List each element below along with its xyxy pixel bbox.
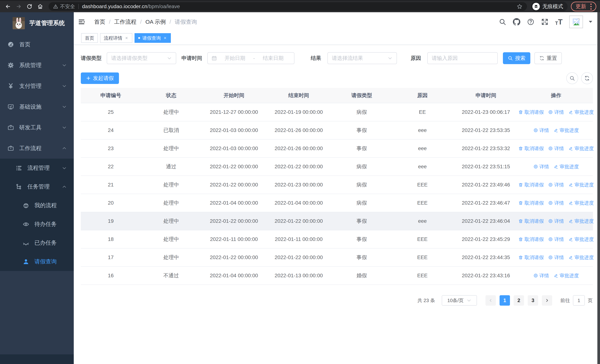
- detail-link[interactable]: 详情: [548, 109, 564, 115]
- page-size-label: 10条/页: [447, 297, 464, 304]
- gear-icon: [7, 62, 14, 69]
- sidebar-item-2[interactable]: 支付管理: [0, 76, 74, 96]
- apply-time-range-picker[interactable]: 开始日期 - 结束日期: [207, 52, 294, 64]
- page-scrollbar[interactable]: [597, 12, 600, 364]
- search-icon[interactable]: [499, 18, 506, 26]
- detail-link[interactable]: 详情: [548, 182, 564, 188]
- detail-link[interactable]: 详情: [533, 272, 549, 279]
- breadcrumb-item[interactable]: 工作流程: [114, 18, 136, 26]
- goto-page-input[interactable]: [573, 295, 585, 306]
- cell-applied: 2022-01-22 23:53:35: [453, 127, 519, 133]
- github-icon[interactable]: [513, 18, 520, 26]
- ring-icon: [548, 201, 553, 205]
- cancel-leave-link[interactable]: 取消请假: [518, 236, 544, 243]
- browser-menu-icon[interactable]: [590, 3, 592, 10]
- incognito-badge: 无痕模式: [531, 2, 568, 11]
- row-actions: 取消请假详情审批进度: [519, 218, 593, 224]
- detail-link[interactable]: 详情: [548, 218, 564, 224]
- address-bar[interactable]: 不安全 dashboard.yudao.iocoder.cn /bpm/oa/l…: [48, 2, 527, 11]
- cancel-leave-link[interactable]: 取消请假: [518, 200, 544, 206]
- sidebar-item-9[interactable]: 待办任务: [0, 215, 74, 233]
- sidebar-item-0[interactable]: 首页: [0, 34, 74, 55]
- app-logo[interactable]: 芋道管理系统: [0, 12, 74, 34]
- sidebar-item-10[interactable]: 已办任务: [0, 233, 74, 252]
- bookmark-star-icon[interactable]: [517, 3, 523, 9]
- sidebar-collapse-bar[interactable]: [0, 354, 74, 364]
- cancel-leave-link[interactable]: 取消请假: [518, 145, 544, 152]
- tab-1[interactable]: 流程详情: [100, 33, 132, 43]
- sidebar-item-5[interactable]: 工作流程: [0, 138, 74, 159]
- sidebar-item-11[interactable]: 请假查询: [0, 252, 74, 271]
- cancel-leave-link[interactable]: 取消请假: [518, 254, 544, 261]
- detail-link[interactable]: 详情: [533, 163, 549, 170]
- font-size-icon[interactable]: T T: [555, 18, 562, 26]
- tab-0[interactable]: 首页: [81, 33, 98, 43]
- sidebar-fold-icon[interactable]: [77, 18, 86, 26]
- user-menu-caret-icon[interactable]: [589, 20, 593, 23]
- sidebar-item-8[interactable]: 我的流程: [0, 196, 74, 215]
- browser-forward-button[interactable]: [14, 2, 23, 11]
- approval-progress-link[interactable]: 审批进度: [553, 272, 579, 279]
- next-page-button[interactable]: [542, 295, 552, 306]
- tab-label: 首页: [85, 35, 94, 41]
- tab-2[interactable]: 请假查询: [134, 33, 171, 43]
- cell-status: 处理中: [141, 218, 202, 225]
- monitor-icon: [7, 103, 14, 110]
- approval-progress-link[interactable]: 审批进度: [568, 218, 594, 224]
- sidebar-item-4[interactable]: 研发工具: [0, 117, 74, 138]
- approval-progress-link[interactable]: 审批进度: [568, 109, 594, 115]
- result-select[interactable]: 请选择流结果: [328, 52, 397, 64]
- browser-update-button[interactable]: 更新: [571, 2, 596, 11]
- close-icon[interactable]: [163, 36, 167, 40]
- cancel-leave-link[interactable]: 取消请假: [518, 182, 544, 188]
- avatar[interactable]: [569, 16, 583, 28]
- chevron-down-icon: [62, 63, 67, 68]
- page-button-3[interactable]: 3: [528, 295, 538, 306]
- cell-reason: EEE: [392, 182, 452, 188]
- breadcrumb-item[interactable]: OA 示例: [145, 18, 166, 26]
- fullscreen-icon[interactable]: [541, 18, 548, 26]
- tags-bar: 首页流程详情请假查询: [74, 31, 600, 45]
- search-button[interactable]: 搜索: [503, 52, 530, 64]
- detail-link[interactable]: 详情: [548, 200, 564, 206]
- approval-progress-link[interactable]: 审批进度: [553, 163, 579, 170]
- approval-progress-link-label: 审批进度: [560, 272, 579, 279]
- approval-progress-link-label: 审批进度: [574, 182, 594, 188]
- approval-progress-link[interactable]: 审批进度: [553, 127, 579, 134]
- approval-progress-link[interactable]: 审批进度: [568, 145, 594, 152]
- page-size-select[interactable]: 10条/页: [442, 295, 477, 306]
- browser-reload-button[interactable]: [25, 2, 34, 11]
- leave-type-select[interactable]: 请选择请假类型: [107, 52, 176, 64]
- help-icon[interactable]: [527, 18, 534, 26]
- approval-progress-link[interactable]: 审批进度: [568, 254, 594, 261]
- reset-button[interactable]: 重置: [534, 52, 562, 64]
- hide-search-button[interactable]: [566, 72, 578, 84]
- approval-progress-link[interactable]: 审批进度: [568, 182, 594, 188]
- cancel-leave-link[interactable]: 取消请假: [518, 218, 544, 224]
- sidebar-item-6[interactable]: 流程管理: [0, 159, 74, 177]
- browser-home-button[interactable]: [36, 2, 45, 11]
- sidebar-item-label: 待办任务: [35, 220, 57, 228]
- browser-back-button[interactable]: [4, 2, 12, 11]
- cell-start: 2022-01-22 00:00:00: [202, 164, 266, 169]
- page-button-2[interactable]: 2: [514, 295, 524, 306]
- row-actions: 取消请假详情审批进度: [519, 236, 593, 243]
- sidebar-item-3[interactable]: 基础设施: [0, 96, 74, 117]
- refresh-table-button[interactable]: [581, 72, 593, 84]
- detail-link[interactable]: 详情: [548, 145, 564, 152]
- detail-link[interactable]: 详情: [548, 254, 564, 261]
- approval-progress-link[interactable]: 审批进度: [568, 236, 594, 243]
- prev-page-button[interactable]: [486, 295, 496, 306]
- page-button-1[interactable]: 1: [500, 295, 510, 306]
- detail-link[interactable]: 详情: [533, 127, 549, 134]
- reason-input[interactable]: [427, 52, 498, 64]
- create-leave-button[interactable]: 发起请假: [81, 73, 119, 84]
- approval-progress-link[interactable]: 审批进度: [568, 200, 594, 206]
- detail-link[interactable]: 详情: [548, 236, 564, 243]
- sidebar-item-7[interactable]: 任务管理: [0, 177, 74, 196]
- close-icon[interactable]: [124, 36, 129, 40]
- eye-closed-icon: [23, 240, 29, 246]
- sidebar-item-1[interactable]: 系统管理: [0, 55, 74, 76]
- breadcrumb-item[interactable]: 首页: [94, 18, 105, 26]
- cancel-leave-link[interactable]: 取消请假: [518, 109, 544, 115]
